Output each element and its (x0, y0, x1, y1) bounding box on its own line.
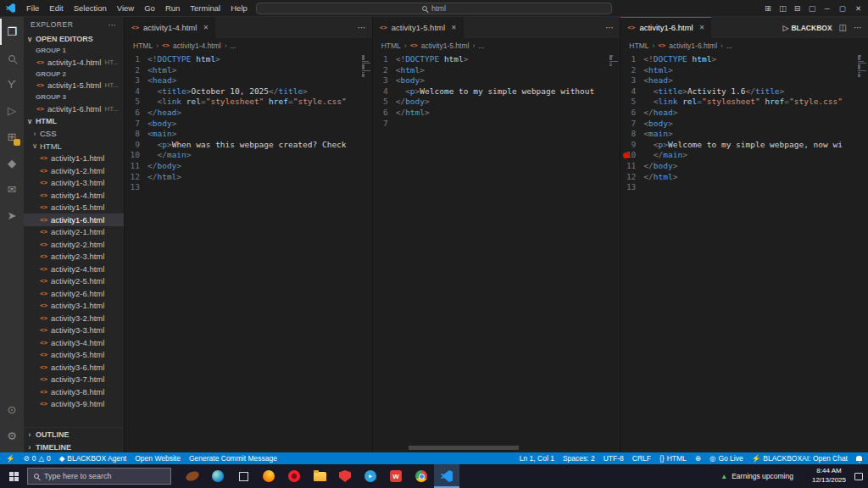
taskbar-app-chrome[interactable] (409, 464, 434, 488)
file-item[interactable]: <>activity3-2.html (24, 312, 124, 324)
file-item[interactable]: <>activity3-3.html (24, 324, 124, 337)
folder-html[interactable]: ∨HTML (24, 140, 124, 152)
taskbar-app-security[interactable] (332, 464, 358, 488)
file-item[interactable]: <>activity1-6.html (24, 214, 124, 226)
taskbar-app-firefox[interactable] (256, 464, 281, 488)
file-item[interactable]: <>activity2-3.html (24, 251, 124, 263)
tab-activity1-5.html[interactable]: <>activity1-5.html✕ (373, 17, 465, 38)
section-outline[interactable]: ›OUTLINE (24, 428, 124, 441)
code-editor[interactable]: 1<!DOCTYPE html>2<html>3<head>4 <title>O… (125, 53, 372, 452)
file-item[interactable]: <>activity2-1.html (24, 226, 124, 239)
section-timeline[interactable]: ›TIMELINE (24, 441, 124, 452)
breadcrumb[interactable]: HTML›<>activity1-6.html›... (620, 38, 868, 53)
status-blackboxai-chat[interactable]: ⚡BLACKBOXAI: Open Chat (748, 452, 852, 464)
workspace-root-folder[interactable]: ∨HTML (24, 115, 124, 128)
file-item[interactable]: <>activity2-5.html (24, 275, 124, 288)
file-item[interactable]: <>activity3-8.html (24, 385, 124, 398)
status-language-mode[interactable]: {}HTML (655, 452, 691, 464)
file-item[interactable]: <>activity1-5.html (24, 202, 124, 214)
file-item[interactable]: <>activity2-2.html (24, 238, 124, 251)
status-cursor-position[interactable]: Ln 1, Col 1 (515, 452, 559, 464)
status-globe[interactable]: ⊕ (691, 452, 705, 464)
close-icon[interactable]: ✕ (855, 4, 861, 13)
menu-go[interactable]: Go (139, 0, 160, 17)
explorer-icon[interactable]: ❐ (0, 19, 24, 45)
breadcrumb[interactable]: HTML›<>activity1-4.html›... (125, 38, 372, 53)
more-actions-icon[interactable]: ⋯ (854, 23, 862, 32)
code-editor[interactable]: 1<!DOCTYPE html>2<html>3<head>4 <title>A… (620, 53, 868, 452)
menu-file[interactable]: File (21, 0, 44, 17)
layout-bottom-icon[interactable]: ⊟ (794, 3, 801, 13)
status-encoding[interactable]: UTF-8 (599, 452, 628, 464)
command-center-search[interactable]: html (256, 3, 612, 14)
account-icon[interactable]: ⊙ (0, 396, 24, 423)
menu-view[interactable]: View (112, 0, 139, 17)
open-editor-item[interactable]: <>activity1-4.htmlHT... (24, 56, 124, 69)
status-generate-commit-message[interactable]: Generate Commit Message (185, 452, 281, 464)
settings-icon[interactable]: ⚙ (0, 423, 24, 449)
send-icon[interactable]: ➤ (0, 202, 24, 229)
file-item[interactable]: <>activity3-5.html (24, 349, 124, 362)
taskbar-app-wps[interactable]: W (383, 464, 409, 488)
file-item[interactable]: <>activity3-9.html (24, 398, 124, 411)
minimap[interactable] (609, 54, 620, 452)
blackbox-run-button[interactable]: ▷BLACKBOX (782, 24, 832, 32)
remote-indicator[interactable]: ⚡ (2, 452, 19, 464)
taskbar-clock[interactable]: 8:44 AM 12/13/2025 (804, 467, 854, 485)
folder-css[interactable]: ›CSS (24, 128, 124, 141)
source-control-icon[interactable]: Ƴ (0, 71, 24, 97)
status-eol[interactable]: CRLF (628, 452, 655, 464)
taskbar-app-task-view[interactable] (231, 464, 256, 488)
status-go-live[interactable]: ◎Go Live (705, 452, 748, 464)
status-indentation[interactable]: Spaces: 2 (559, 452, 599, 464)
layout-panel-icon[interactable]: ◫ (779, 3, 787, 13)
status-blackbox-agent[interactable]: ◆BLACKBOX Agent (55, 452, 131, 464)
menu-selection[interactable]: Selection (69, 0, 112, 17)
taskbar-app-file-explorer[interactable] (307, 464, 332, 488)
code-editor[interactable]: 1<!DOCTYPE html>2<html>3<body>4 <p>Welco… (373, 53, 620, 452)
news-widget[interactable]: ▲ Earnings upcoming (710, 464, 804, 488)
section-open-editors[interactable]: ∨OPEN EDITORS (24, 32, 124, 45)
open-editor-item[interactable]: <>activity1-5.htmlHT... (24, 80, 124, 92)
split-editor-icon[interactable]: ◫ (839, 23, 847, 32)
status-open-website[interactable]: Open Website (131, 452, 185, 464)
file-item[interactable]: <>activity1-1.html (24, 152, 124, 165)
run-debug-icon[interactable]: ▷ (0, 97, 24, 124)
maximize-icon[interactable]: ▢ (839, 4, 846, 13)
file-item[interactable]: <>activity3-6.html (24, 361, 124, 374)
taskbar-app-vscode[interactable] (434, 464, 459, 488)
open-editor-item[interactable]: <>activity1-6.htmlHT... (24, 103, 124, 115)
more-actions-icon[interactable]: ⋯ (605, 23, 614, 32)
file-item[interactable]: <>activity2-4.html (24, 263, 124, 275)
minimap[interactable] (361, 54, 372, 452)
more-actions-icon[interactable]: ⋯ (108, 20, 118, 30)
taskbar-app-telegram[interactable]: ▸ (358, 464, 383, 488)
taskbar-search-input[interactable]: Type here to search (27, 468, 171, 485)
search-icon[interactable] (0, 45, 24, 71)
minimap[interactable] (857, 54, 868, 452)
chat-icon[interactable]: ✉ (0, 176, 24, 202)
more-actions-icon[interactable]: ⋯ (358, 23, 366, 32)
taskbar-app-football[interactable] (180, 464, 205, 488)
file-item[interactable]: <>activity2-6.html (24, 287, 124, 300)
breadcrumb[interactable]: HTML›<>activity1-5.html›... (373, 38, 620, 53)
layout-grid-icon[interactable]: ⊞ (765, 3, 771, 13)
notifications-bell[interactable] (852, 452, 866, 464)
action-center-icon[interactable] (854, 473, 863, 480)
close-icon[interactable]: ✕ (203, 24, 209, 31)
file-item[interactable]: <>activity1-4.html (24, 189, 124, 202)
tab-activity1-6.html[interactable]: <>activity1-6.html✕ (620, 17, 712, 38)
minimize-icon[interactable]: ─ (825, 4, 830, 13)
file-item[interactable]: <>activity1-2.html (24, 164, 124, 177)
close-icon[interactable]: ✕ (699, 24, 705, 31)
extensions-icon[interactable]: ⊞ (0, 124, 24, 150)
close-icon[interactable]: ✕ (451, 24, 457, 31)
horizontal-scrollbar[interactable] (409, 446, 519, 450)
menu-edit[interactable]: Edit (44, 0, 68, 17)
menu-terminal[interactable]: Terminal (185, 0, 225, 17)
layout-custom-icon[interactable]: ▢ (809, 3, 816, 13)
file-item[interactable]: <>activity1-3.html (24, 177, 124, 190)
taskbar-app-opera[interactable] (281, 464, 307, 488)
file-item[interactable]: <>activity3-4.html (24, 336, 124, 349)
file-item[interactable]: <>activity3-1.html (24, 300, 124, 313)
